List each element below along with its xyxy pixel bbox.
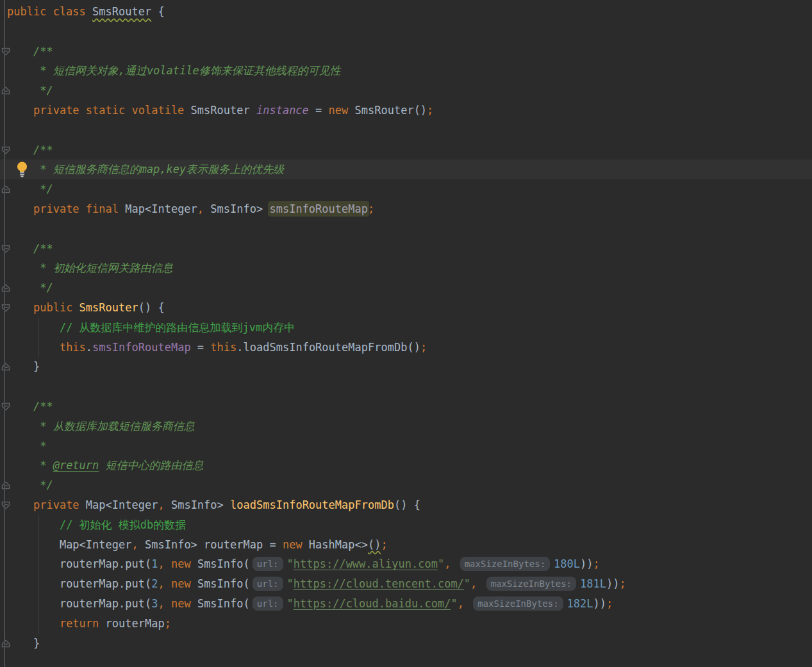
code-line[interactable] bbox=[0, 22, 812, 42]
code-line[interactable] bbox=[0, 653, 812, 667]
intention-bulb-icon[interactable] bbox=[17, 161, 28, 178]
code-token: 182L bbox=[567, 597, 593, 610]
code-token: )) bbox=[580, 557, 593, 570]
code-token: SmsInfo( bbox=[191, 597, 250, 610]
code-line[interactable]: this.smsInfoRouteMap = this.loadSmsInfoR… bbox=[0, 338, 812, 358]
code-line[interactable]: routerMap.put(1, new SmsInfo(url:"https:… bbox=[0, 554, 812, 574]
code-token: SmsRouter bbox=[92, 5, 151, 18]
code-line[interactable]: // 初始化 模拟db的数据 bbox=[0, 515, 812, 535]
code-line[interactable]: * 短信服务商信息的map,key表示服务上的优先级 bbox=[0, 160, 812, 179]
code-line[interactable]: return routerMap; bbox=[0, 614, 812, 634]
code-line[interactable]: private Map<Integer, SmsInfo> loadSmsInf… bbox=[0, 495, 812, 515]
code-line[interactable]: /** bbox=[0, 397, 812, 416]
fold-end-marker-icon[interactable] bbox=[1, 185, 10, 194]
code-token: // 初始化 模拟db的数据 bbox=[60, 518, 186, 531]
code-line[interactable]: /** bbox=[0, 42, 812, 62]
code-line[interactable]: } bbox=[0, 357, 812, 377]
code-token bbox=[7, 557, 60, 570]
code-line[interactable]: routerMap.put(3, new SmsInfo(url:"https:… bbox=[0, 594, 812, 614]
code-line[interactable]: private final Map<Integer, SmsInfo> smsI… bbox=[0, 199, 812, 219]
code-token bbox=[7, 617, 60, 630]
code-text: /** bbox=[0, 397, 812, 416]
code-line[interactable]: * 从数据库加载短信服务商信息 bbox=[0, 416, 812, 436]
code-text: * @return 短信中心的路由信息 bbox=[0, 456, 812, 475]
code-line[interactable] bbox=[0, 219, 812, 239]
code-token: Map<Integer bbox=[125, 202, 197, 215]
code-text: Map<Integer, SmsInfo> routerMap = new Ha… bbox=[0, 535, 812, 555]
code-line[interactable]: } bbox=[0, 634, 812, 654]
code-token: " bbox=[464, 577, 470, 590]
code-line[interactable]: */ bbox=[0, 278, 812, 298]
fold-start-marker-icon[interactable] bbox=[1, 402, 10, 411]
code-text: * 初始化短信网关路由信息 bbox=[0, 258, 812, 278]
code-token: = bbox=[309, 104, 329, 117]
code-token: ; bbox=[420, 341, 427, 354]
code-token bbox=[7, 538, 60, 551]
code-token bbox=[165, 577, 171, 590]
code-token: Map<Integer bbox=[86, 498, 158, 511]
code-line[interactable]: /** bbox=[0, 140, 812, 160]
code-text: public class SmsRouter { bbox=[0, 2, 812, 22]
code-text: private final Map<Integer, SmsInfo> smsI… bbox=[0, 199, 812, 219]
code-token: routerMap.put( bbox=[60, 557, 151, 570]
code-token: ; bbox=[368, 202, 374, 215]
code-token: )) bbox=[593, 597, 606, 610]
code-token: */ bbox=[7, 84, 53, 97]
fold-start-marker-icon[interactable] bbox=[1, 47, 10, 56]
code-line[interactable]: * 短信网关对象,通过volatile修饰来保证其他线程的可见性 bbox=[0, 61, 812, 81]
fold-start-marker-icon[interactable] bbox=[1, 146, 10, 154]
code-line[interactable]: public class SmsRouter { bbox=[0, 2, 812, 22]
fold-start-marker-icon[interactable] bbox=[1, 245, 10, 253]
code-token bbox=[7, 341, 60, 354]
code-token: ; bbox=[381, 538, 387, 551]
code-token: private bbox=[33, 498, 86, 511]
code-line[interactable] bbox=[0, 120, 812, 140]
code-line[interactable]: public SmsRouter() { bbox=[0, 298, 812, 318]
fold-end-marker-icon[interactable] bbox=[1, 363, 10, 371]
code-line[interactable]: Map<Integer, SmsInfo> routerMap = new Ha… bbox=[0, 535, 812, 555]
code-token: https://cloud.baidu.com/ bbox=[294, 597, 451, 610]
code-token bbox=[7, 597, 60, 610]
code-token bbox=[165, 597, 171, 610]
code-token: this bbox=[60, 341, 86, 354]
code-line[interactable]: * @return 短信中心的路由信息 bbox=[0, 456, 812, 475]
code-token: HashMap<> bbox=[302, 538, 368, 551]
fold-end-marker-icon[interactable] bbox=[1, 481, 10, 490]
fold-end-marker-icon[interactable] bbox=[1, 639, 10, 648]
code-token: () bbox=[368, 538, 381, 551]
code-token: */ bbox=[7, 479, 53, 491]
code-token: new bbox=[329, 104, 349, 117]
code-line[interactable]: */ bbox=[0, 475, 812, 495]
code-text: public SmsRouter() { bbox=[0, 298, 812, 318]
code-token: SmsInfo( bbox=[191, 577, 250, 590]
code-token: */ bbox=[7, 281, 53, 294]
code-line[interactable]: /** bbox=[0, 239, 812, 259]
code-token: /** bbox=[7, 400, 53, 413]
code-token: , bbox=[158, 498, 164, 511]
code-line[interactable]: */ bbox=[0, 81, 812, 101]
code-token: , bbox=[444, 557, 451, 570]
code-line[interactable] bbox=[0, 377, 812, 397]
code-token bbox=[7, 498, 33, 511]
code-editor[interactable]: public class SmsRouter { /** * 短信网关对象,通过… bbox=[0, 0, 812, 667]
code-line[interactable]: * bbox=[0, 436, 812, 456]
code-token: 1 bbox=[151, 557, 158, 570]
code-token: this bbox=[210, 341, 236, 354]
code-line[interactable]: // 从数据库中维护的路由信息加载到jvm内存中 bbox=[0, 318, 812, 338]
code-token: = bbox=[191, 341, 211, 354]
fold-end-marker-icon[interactable] bbox=[1, 284, 10, 292]
code-token bbox=[165, 557, 171, 570]
code-line[interactable]: */ bbox=[0, 179, 812, 199]
code-line[interactable]: private static volatile SmsRouter instan… bbox=[0, 101, 812, 120]
fold-end-marker-icon[interactable] bbox=[1, 86, 10, 95]
code-token: * 从数据库加载短信服务商信息 bbox=[7, 420, 195, 432]
code-line[interactable]: * 初始化短信网关路由信息 bbox=[0, 258, 812, 278]
code-token: https://www.aliyun.com bbox=[294, 557, 438, 570]
code-token: SmsRouter() bbox=[348, 104, 427, 117]
fold-start-marker-icon[interactable] bbox=[1, 304, 10, 312]
code-text: /** bbox=[0, 140, 812, 160]
fold-start-marker-icon[interactable] bbox=[1, 501, 10, 509]
code-text: // 从数据库中维护的路由信息加载到jvm内存中 bbox=[0, 318, 812, 338]
parameter-name-hint: maxSizeInBytes: bbox=[486, 577, 576, 591]
code-line[interactable]: routerMap.put(2, new SmsInfo(url:"https:… bbox=[0, 574, 812, 594]
